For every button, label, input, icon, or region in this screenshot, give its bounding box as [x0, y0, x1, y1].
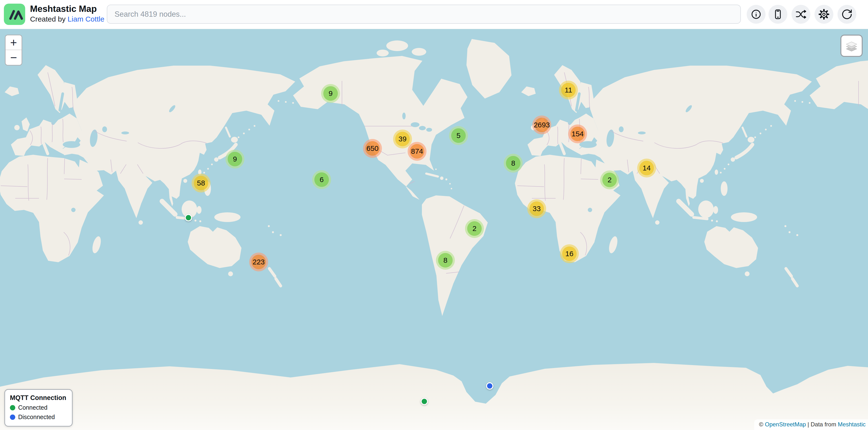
- search-input[interactable]: [107, 5, 741, 24]
- smartphone-icon: [772, 9, 783, 20]
- cluster-count: 8: [438, 253, 453, 268]
- cluster-count: 2: [602, 173, 617, 187]
- cluster-count: 2: [467, 221, 482, 236]
- cluster-count: 16: [562, 246, 577, 261]
- connected-dot-icon: [10, 405, 15, 410]
- cluster-marker[interactable]: 14: [637, 159, 656, 177]
- info-icon: [750, 9, 762, 20]
- cluster-marker[interactable]: 2693: [532, 115, 551, 134]
- osm-link[interactable]: OpenStreetMap: [765, 421, 806, 428]
- map-attribution: © OpenStreetMap | Data from Meshtastic: [754, 419, 868, 430]
- byline: Created by Liam Cottle: [30, 15, 104, 23]
- settings-button[interactable]: [814, 5, 833, 24]
- cluster-marker[interactable]: 16: [560, 244, 579, 263]
- layers-control-button[interactable]: [840, 35, 863, 57]
- legend-item-disconnected: Disconnected: [10, 414, 66, 421]
- zoom-out-button[interactable]: −: [6, 50, 22, 65]
- cluster-count: 5: [451, 128, 466, 143]
- legend-title: MQTT Connection: [10, 394, 66, 402]
- refresh-button[interactable]: [837, 5, 857, 24]
- map-tiles: [0, 29, 868, 430]
- gear-icon: [818, 9, 830, 20]
- cluster-marker[interactable]: 874: [408, 142, 427, 161]
- cluster-marker[interactable]: 6: [312, 170, 331, 189]
- copyright: ©: [759, 421, 765, 428]
- device-button[interactable]: [769, 5, 787, 24]
- zoom-control: + −: [5, 35, 22, 66]
- legend-label: Connected: [18, 404, 48, 411]
- node-marker[interactable]: [421, 398, 428, 405]
- cluster-marker[interactable]: 650: [363, 139, 382, 158]
- cluster-count: 58: [194, 176, 208, 190]
- cluster-marker[interactable]: 223: [249, 253, 268, 271]
- cluster-marker[interactable]: 8: [436, 251, 455, 270]
- cluster-count: 874: [410, 144, 424, 159]
- header: Meshtastic Map Created by Liam Cottle: [0, 0, 868, 29]
- cluster-marker[interactable]: 8: [504, 154, 523, 173]
- mqtt-legend: MQTT Connection Connected Disconnected: [4, 389, 73, 427]
- refresh-icon: [841, 9, 852, 20]
- layers-icon: [845, 39, 858, 52]
- legend-label: Disconnected: [18, 414, 55, 421]
- cluster-marker[interactable]: 9: [321, 84, 340, 103]
- cluster-count: 8: [506, 156, 521, 170]
- node-marker[interactable]: [486, 382, 493, 390]
- cluster-marker[interactable]: 154: [568, 125, 587, 143]
- cluster-count: 650: [365, 141, 380, 156]
- title-block: Meshtastic Map Created by Liam Cottle: [30, 3, 104, 23]
- cluster-marker[interactable]: 9: [225, 150, 244, 168]
- info-button[interactable]: [747, 5, 766, 24]
- cluster-marker[interactable]: 58: [192, 174, 211, 193]
- meshtastic-logo-icon: [4, 4, 25, 25]
- cluster-marker[interactable]: 2: [465, 219, 484, 238]
- cluster-count: 39: [395, 132, 410, 146]
- cluster-marker[interactable]: 5: [449, 126, 468, 145]
- disconnected-dot-icon: [10, 415, 15, 420]
- cluster-marker[interactable]: 11: [559, 80, 578, 100]
- zoom-in-button[interactable]: +: [6, 35, 22, 50]
- cluster-count: 9: [228, 152, 242, 166]
- attribution-separator: | Data from: [806, 421, 838, 428]
- cluster-count: 223: [251, 255, 266, 269]
- shuffle-icon: [795, 9, 806, 20]
- cluster-count: 11: [561, 83, 576, 97]
- cluster-count: 9: [323, 86, 338, 101]
- cluster-count: 2693: [534, 118, 549, 132]
- meshtastic-link[interactable]: Meshtastic: [838, 421, 866, 428]
- legend-item-connected: Connected: [10, 404, 66, 411]
- cluster-marker[interactable]: 33: [527, 199, 546, 218]
- node-marker[interactable]: [185, 214, 192, 221]
- author-link[interactable]: Liam Cottle: [68, 15, 104, 23]
- cluster-count: 154: [570, 127, 585, 141]
- byline-prefix: Created by: [30, 15, 68, 23]
- page-title: Meshtastic Map: [30, 3, 104, 14]
- shuffle-button[interactable]: [792, 5, 810, 24]
- world-map[interactable]: + − MQTT Connection Connected Disconnect…: [0, 29, 868, 430]
- cluster-marker[interactable]: 2: [600, 170, 619, 189]
- cluster-count: 33: [529, 201, 544, 216]
- cluster-count: 6: [314, 172, 329, 187]
- cluster-count: 14: [640, 161, 654, 175]
